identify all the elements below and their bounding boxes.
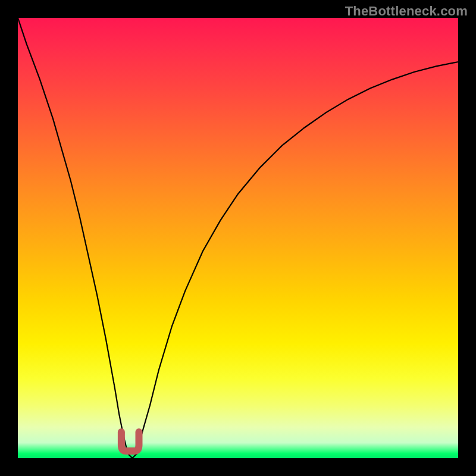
bottleneck-curve — [18, 18, 458, 458]
plot-area — [18, 18, 458, 458]
chart-frame: TheBottleneck.com — [0, 0, 476, 476]
curve-path — [18, 18, 458, 458]
watermark-text: TheBottleneck.com — [345, 4, 468, 19]
valley-marker-icon — [121, 432, 139, 451]
